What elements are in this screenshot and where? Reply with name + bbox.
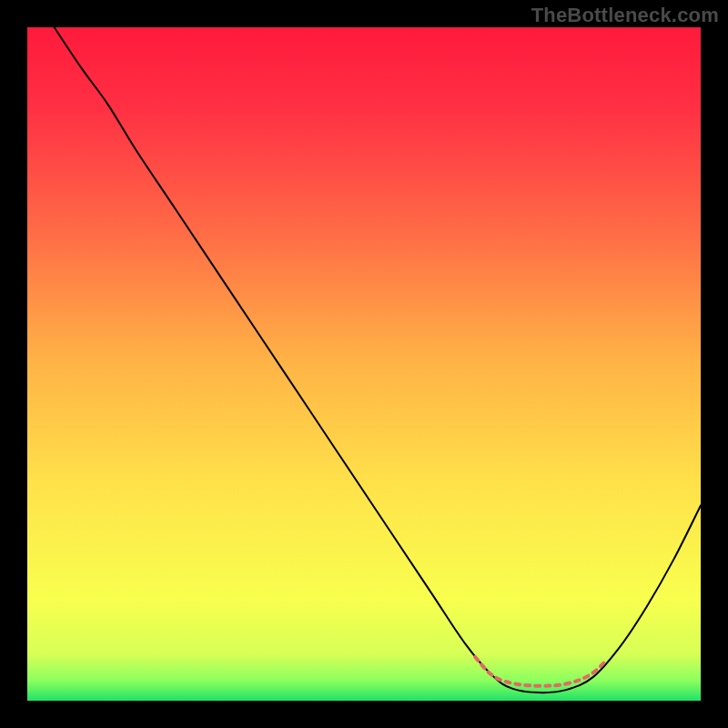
chart-frame: TheBottleneck.com [0, 0, 728, 728]
plot-area [27, 27, 701, 701]
watermark-text: TheBottleneck.com [531, 4, 719, 27]
chart-svg [27, 27, 701, 701]
gradient-background [27, 27, 701, 701]
